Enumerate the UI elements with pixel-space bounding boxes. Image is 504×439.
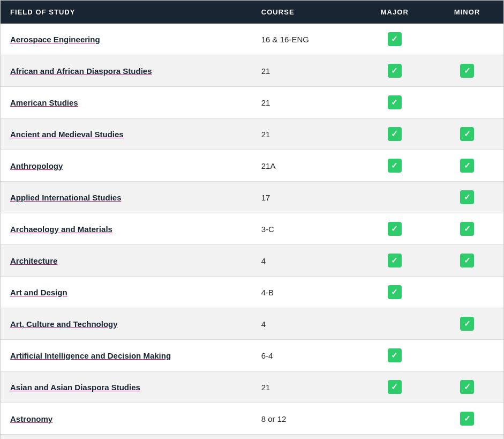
minor-check-icon: ✓ bbox=[460, 254, 474, 267]
field-cell: Atmospheric Chemistry bbox=[1, 435, 252, 440]
field-link[interactable]: Architecture bbox=[10, 256, 57, 265]
field-cell: Art, Culture and Technology bbox=[1, 308, 252, 340]
table-row: Applied International Studies17✓ bbox=[1, 182, 503, 213]
major-check-icon: ✓ bbox=[388, 95, 402, 109]
field-link[interactable]: Art and Design bbox=[10, 288, 67, 297]
field-link[interactable]: Ancient and Medieval Studies bbox=[10, 130, 124, 139]
major-cell: ✓ bbox=[358, 150, 431, 182]
field-link[interactable]: African and African Diaspora Studies bbox=[10, 66, 152, 76]
major-check-icon: ✓ bbox=[388, 254, 402, 267]
major-check-icon: ✓ bbox=[388, 380, 402, 394]
course-cell: 21 bbox=[252, 118, 359, 150]
course-cell: 3-C bbox=[252, 213, 359, 245]
minor-check-icon: ✓ bbox=[460, 222, 474, 236]
minor-cell bbox=[431, 340, 503, 371]
minor-check-icon: ✓ bbox=[460, 190, 474, 204]
course-cell: 21 bbox=[252, 371, 359, 403]
field-cell: Applied International Studies bbox=[1, 182, 252, 213]
field-cell: Artificial Intelligence and Decision Mak… bbox=[1, 340, 252, 371]
main-table-container: FIELD OF STUDY COURSE MAJOR MINOR Aerosp… bbox=[0, 0, 504, 439]
header-major: MAJOR bbox=[358, 1, 431, 24]
minor-cell: ✓ bbox=[431, 213, 503, 245]
field-link[interactable]: Applied International Studies bbox=[10, 193, 122, 202]
field-cell: Astronomy bbox=[1, 403, 252, 435]
minor-check-icon: ✓ bbox=[460, 127, 474, 141]
minor-cell: ✓ bbox=[431, 403, 503, 435]
table-row: Aerospace Engineering16 & 16-ENG✓ bbox=[1, 24, 503, 55]
table-row: Art and Design4-B✓ bbox=[1, 277, 503, 308]
minor-check-icon: ✓ bbox=[460, 380, 474, 394]
course-cell: 12 bbox=[252, 435, 359, 440]
field-cell: Art and Design bbox=[1, 277, 252, 308]
table-row: Asian and Asian Diaspora Studies21✓✓ bbox=[1, 371, 503, 403]
fields-of-study-table: FIELD OF STUDY COURSE MAJOR MINOR Aerosp… bbox=[1, 1, 503, 439]
course-cell: 21 bbox=[252, 55, 359, 87]
major-cell bbox=[358, 182, 431, 213]
major-check-icon: ✓ bbox=[388, 32, 402, 46]
course-cell: 21A bbox=[252, 150, 359, 182]
table-row: American Studies21✓ bbox=[1, 87, 503, 118]
major-check-icon: ✓ bbox=[388, 285, 402, 299]
field-link[interactable]: Artificial Intelligence and Decision Mak… bbox=[10, 351, 171, 360]
field-cell: Architecture bbox=[1, 245, 252, 277]
field-cell: Aerospace Engineering bbox=[1, 24, 252, 55]
course-cell: 4-B bbox=[252, 277, 359, 308]
field-link[interactable]: Aerospace Engineering bbox=[10, 35, 100, 44]
major-cell: ✓ bbox=[358, 87, 431, 118]
major-cell: ✓ bbox=[358, 213, 431, 245]
table-row: African and African Diaspora Studies21✓✓ bbox=[1, 55, 503, 87]
minor-cell bbox=[431, 87, 503, 118]
table-row: Architecture4✓✓ bbox=[1, 245, 503, 277]
header-minor: MINOR bbox=[431, 1, 503, 24]
major-cell: ✓ bbox=[358, 245, 431, 277]
major-cell: ✓ bbox=[358, 118, 431, 150]
table-row: Anthropology21A✓✓ bbox=[1, 150, 503, 182]
table-row: Atmospheric Chemistry12✓ bbox=[1, 435, 503, 440]
field-cell: African and African Diaspora Studies bbox=[1, 55, 252, 87]
minor-cell: ✓ bbox=[431, 182, 503, 213]
field-link[interactable]: Archaeology and Materials bbox=[10, 225, 112, 234]
major-cell: ✓ bbox=[358, 55, 431, 87]
field-link[interactable]: Art, Culture and Technology bbox=[10, 319, 118, 329]
course-cell: 21 bbox=[252, 87, 359, 118]
major-check-icon: ✓ bbox=[388, 348, 402, 362]
minor-cell bbox=[431, 24, 503, 55]
table-row: Archaeology and Materials3-C✓✓ bbox=[1, 213, 503, 245]
field-link[interactable]: Anthropology bbox=[10, 161, 63, 170]
field-link[interactable]: Asian and Asian Diaspora Studies bbox=[10, 383, 140, 392]
course-cell: 6-4 bbox=[252, 340, 359, 371]
minor-check-icon: ✓ bbox=[460, 64, 474, 78]
minor-cell: ✓ bbox=[431, 55, 503, 87]
table-header-row: FIELD OF STUDY COURSE MAJOR MINOR bbox=[1, 1, 503, 24]
minor-cell: ✓ bbox=[431, 150, 503, 182]
minor-cell bbox=[431, 277, 503, 308]
minor-check-icon: ✓ bbox=[460, 317, 474, 331]
course-cell: 4 bbox=[252, 308, 359, 340]
table-row: Artificial Intelligence and Decision Mak… bbox=[1, 340, 503, 371]
minor-cell: ✓ bbox=[431, 308, 503, 340]
minor-cell: ✓ bbox=[431, 371, 503, 403]
field-cell: Archaeology and Materials bbox=[1, 213, 252, 245]
minor-cell: ✓ bbox=[431, 118, 503, 150]
field-link[interactable]: American Studies bbox=[10, 98, 78, 107]
major-check-icon: ✓ bbox=[388, 222, 402, 236]
table-row: Astronomy8 or 12✓ bbox=[1, 403, 503, 435]
minor-cell: ✓ bbox=[431, 435, 503, 440]
table-row: Ancient and Medieval Studies21✓✓ bbox=[1, 118, 503, 150]
major-check-icon: ✓ bbox=[388, 64, 402, 78]
table-body: Aerospace Engineering16 & 16-ENG✓African… bbox=[1, 24, 503, 439]
major-check-icon: ✓ bbox=[388, 127, 402, 141]
minor-cell: ✓ bbox=[431, 245, 503, 277]
major-cell bbox=[358, 308, 431, 340]
field-link[interactable]: Astronomy bbox=[10, 414, 52, 423]
major-cell bbox=[358, 435, 431, 440]
course-cell: 4 bbox=[252, 245, 359, 277]
table-row: Art, Culture and Technology4✓ bbox=[1, 308, 503, 340]
field-cell: Anthropology bbox=[1, 150, 252, 182]
major-check-icon: ✓ bbox=[388, 159, 402, 173]
course-cell: 17 bbox=[252, 182, 359, 213]
header-field-of-study: FIELD OF STUDY bbox=[1, 1, 252, 24]
field-cell: Ancient and Medieval Studies bbox=[1, 118, 252, 150]
course-cell: 16 & 16-ENG bbox=[252, 24, 359, 55]
minor-check-icon: ✓ bbox=[460, 412, 474, 426]
